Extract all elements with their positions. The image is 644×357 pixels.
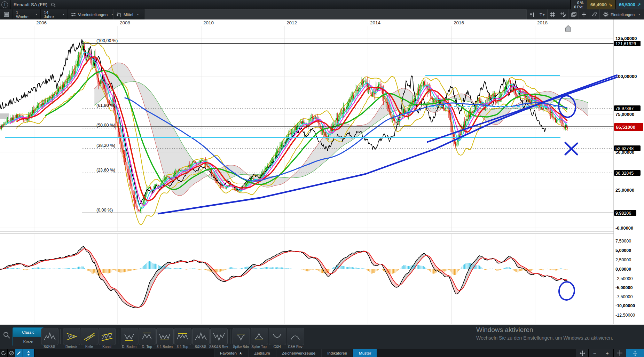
eraser-icon[interactable] [589, 9, 599, 19]
chart-toolbar: 1 Woche▼ 14 Jahre▼ Voreinstellungen▼ Mit… [0, 9, 644, 20]
cup-icon [273, 334, 281, 338]
macd-axis-label: -5,00000 [615, 285, 633, 290]
search-icon[interactable] [50, 2, 56, 8]
pattern-toolbar: Classic Kerze .g{fill:none;stroke:#9aa2a… [0, 325, 644, 349]
windows-layout-icon[interactable] [568, 9, 579, 19]
trading-app-window: { "window": { "instrument_badge": "1", "… [0, 0, 644, 357]
chevron-down-icon: ▼ [35, 13, 38, 16]
period-dropdown[interactable]: 1 Woche▼ [13, 9, 41, 19]
wedge-icon [84, 333, 95, 341]
pattern-button-double-top[interactable]: .g{fill:none;stroke:#9aa2a8;stroke-width… [139, 328, 156, 345]
year-label: 2012 [286, 20, 297, 25]
instrument-number-badge: 1 [1, 1, 8, 8]
gear-icon [603, 12, 608, 17]
bid-quote-button[interactable]: 66,4900 ↘ [587, 0, 615, 9]
candles-icon [116, 12, 121, 17]
toolbar-separator [230, 329, 230, 344]
pattern-button-spike-bottom[interactable]: .g{fill:none;stroke:#9aa2a8;stroke-width… [233, 328, 250, 345]
year-label: 2006 [36, 20, 47, 25]
toolbar-icon-strip: TT Einstellungen ▼ [526, 9, 644, 19]
sliders-icon [71, 13, 76, 17]
pattern-button-cup[interactable]: .g{fill:none;stroke:#9aa2a8;stroke-width… [269, 328, 286, 345]
presets-value: Voreinstellungen [78, 13, 108, 17]
grid-icon[interactable] [547, 9, 558, 19]
year-label: 2018 [537, 20, 548, 25]
status-bar: Favoriten★ZeitraumZeichenwerkzeugeIndika… [0, 349, 644, 357]
grid-edit-icon[interactable] [558, 9, 568, 19]
page-title: Renault SA (FR) [14, 2, 48, 7]
price-axis-label: 125,00000 [615, 36, 637, 41]
pattern-button-hs[interactable]: .g{fill:none;stroke:#9aa2a8;stroke-width… [192, 328, 210, 345]
price-chart-canvas[interactable]: 2006200820102012201420162018(100,00 %)(6… [0, 19, 644, 325]
status-right-icons: − + [576, 349, 644, 357]
sort-arrows-icon[interactable] [23, 349, 34, 357]
pattern-button-spike-top[interactable]: .g{fill:none;stroke:#9aa2a8;stroke-width… [251, 328, 268, 345]
zoom-in-button[interactable]: + [601, 349, 613, 357]
chart-list-button[interactable] [0, 9, 13, 19]
text-tool-icon[interactable]: TT [537, 9, 547, 19]
svg-text:T: T [540, 12, 542, 17]
ask-quote-button[interactable]: 66,5300 ↗ [615, 0, 644, 9]
macd-axis-label: 0,00000 [615, 267, 631, 272]
star-icon: ★ [239, 351, 242, 356]
chart-style-dropdown[interactable]: Mittel▼ [113, 9, 144, 19]
crosshair-mode-icon[interactable] [613, 349, 626, 357]
pattern-label: C&H Rev [280, 345, 311, 349]
tab-indikatoren[interactable]: Indikatoren [321, 349, 353, 357]
pencil-tool-icon[interactable] [15, 349, 23, 357]
crosshair-pointer-icon[interactable] [579, 9, 589, 19]
tab-muster[interactable]: Muster [353, 349, 377, 357]
hs-icon [195, 333, 206, 340]
svg-text:121,61929: 121,61929 [615, 41, 636, 46]
svg-text:52,62748: 52,62748 [615, 146, 634, 151]
macd-axis-label: 7,50000 [615, 239, 631, 244]
pattern-button-hs[interactable]: .g{fill:none;stroke:#9aa2a8;stroke-width… [41, 328, 58, 345]
toolbar-separator [118, 329, 118, 344]
spike-top-icon [255, 333, 263, 340]
svg-text:36,32845: 36,32845 [615, 171, 634, 176]
pattern-button-triple-bottom[interactable]: .g{fill:none;stroke:#9aa2a8;stroke-width… [156, 328, 174, 345]
range-dropdown[interactable]: 14 Jahre▼ [41, 9, 68, 19]
macd-axis-label: -12,50000 [615, 313, 635, 318]
pattern-button-triangle[interactable]: .g{fill:none;stroke:#9aa2a8;stroke-width… [63, 328, 80, 345]
svg-text:T: T [543, 14, 545, 17]
tab-zeitraum[interactable]: Zeitraum [248, 349, 276, 357]
settings-button[interactable]: Einstellungen ▼ [599, 9, 644, 19]
year-label: 2008 [120, 20, 130, 25]
auto-scale-button[interactable] [626, 349, 644, 357]
tab-zeichenwerkzeuge[interactable]: Zeichenwerkzeuge [276, 349, 322, 357]
macd-axis-label: 5,00000 [615, 248, 631, 253]
order-book-icon[interactable] [526, 9, 537, 19]
pattern-search-icon[interactable] [3, 331, 10, 340]
pattern-button-channel[interactable]: .g{fill:none;stroke:#9aa2a8;stroke-width… [99, 328, 116, 345]
disable-drawing-icon[interactable] [8, 349, 15, 357]
undo-rotate-icon[interactable] [0, 349, 8, 357]
title-bar: 1 Renault SA (FR) 0 % 0 Pkt. 66,4900 ↘ 6… [0, 0, 644, 10]
change-percent: 0 % [577, 1, 583, 5]
macd-axis-label: -10,00000 [615, 303, 635, 308]
tab-favoriten[interactable]: Favoriten★ [214, 349, 248, 357]
classic-style-button[interactable]: Classic [13, 328, 44, 337]
tab-label: Zeitraum [254, 351, 270, 355]
svg-text:9,98206: 9,98206 [615, 211, 631, 216]
spike-bottom-icon [237, 334, 245, 340]
pattern-button-hs-rev[interactable]: .g{fill:none;stroke:#9aa2a8;stroke-width… [210, 328, 228, 345]
pattern-button-triple-top[interactable]: .g{fill:none;stroke:#9aa2a8;stroke-width… [174, 328, 191, 345]
svg-text:66,51000: 66,51000 [616, 125, 635, 130]
macd-axis-label: -2,50000 [615, 276, 633, 281]
zoom-out-button[interactable]: − [588, 349, 601, 357]
pattern-button-double-bottom[interactable]: .g{fill:none;stroke:#9aa2a8;stroke-width… [121, 328, 138, 345]
year-label: 2016 [454, 20, 464, 25]
change-block: 0 % 0 Pkt. [570, 0, 587, 9]
price-axis-label: 75,00000 [615, 112, 634, 117]
channel-icon [102, 333, 112, 341]
fib-label: (100,00 %) [96, 38, 118, 43]
presets-dropdown[interactable]: Voreinstellungen▼ [68, 9, 113, 19]
fib-label: (38,20 %) [96, 143, 115, 148]
toolbar-separator [60, 329, 61, 344]
move-chart-icon[interactable] [576, 349, 588, 357]
macd-axis-label: 2,50000 [615, 257, 631, 262]
pattern-button-wedge[interactable]: .g{fill:none;stroke:#9aa2a8;stroke-width… [81, 328, 98, 345]
pattern-button-cup-rev[interactable]: .g{fill:none;stroke:#9aa2a8;stroke-width… [287, 328, 304, 345]
hs-icon [44, 333, 55, 340]
